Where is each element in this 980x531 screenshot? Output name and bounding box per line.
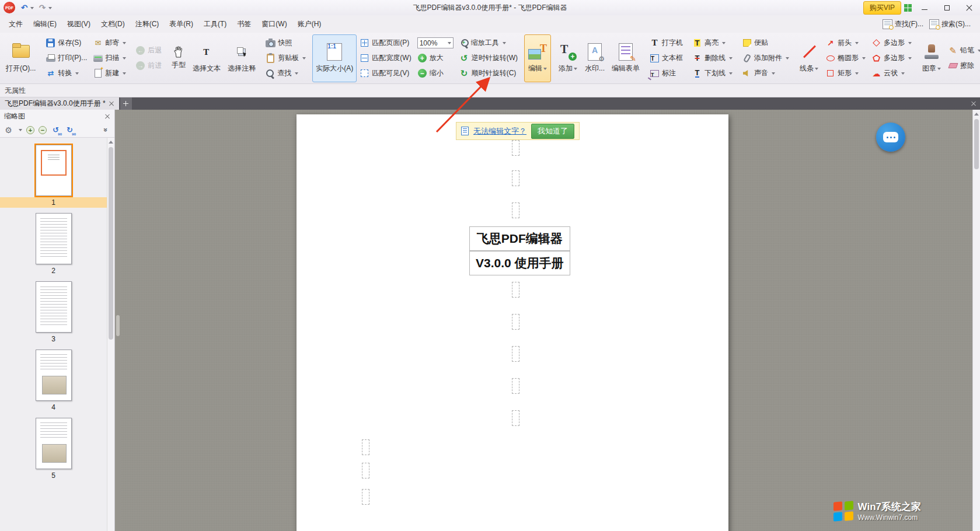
actual-size-button[interactable]: 实际大小(A) [312,34,357,82]
watermark-button[interactable]: 水印... [581,34,608,82]
menu-edit[interactable]: 编辑(E) [28,16,62,32]
thumbnail-page-1[interactable]: 1 [0,145,107,208]
menu-file[interactable]: 文件 [4,16,28,32]
rotate-left-90-icon[interactable] [51,125,61,135]
forward-button[interactable]: 前进 [132,58,165,74]
cloud-tool-button[interactable]: 云状 [869,66,915,81]
menu-tools[interactable]: 工具(T) [198,16,232,32]
page-5-thumbnail[interactable] [36,418,72,469]
rotate-cw-button[interactable]: 顺时针旋转(C) [456,66,521,81]
eraser-button[interactable]: 擦除 [945,58,980,74]
empty-text-block[interactable] [512,202,519,218]
empty-text-block[interactable] [512,140,519,156]
thumbnail-zoom-out-icon[interactable] [39,126,47,134]
hand-tool-button[interactable]: 手型 [168,34,189,82]
thumbnail-scrollbar[interactable] [107,138,114,531]
convert-button[interactable]: 转换 [43,66,90,81]
snapshot-button[interactable]: 快照 [263,36,309,51]
sticky-note-button[interactable]: 便贴 [739,36,792,51]
thumbnail-page-3[interactable]: 3 [0,281,107,344]
scrollbar-thumb[interactable] [974,119,979,169]
close-document-button[interactable] [967,97,980,110]
empty-text-block[interactable] [362,463,369,478]
empty-text-block[interactable] [512,378,519,394]
sound-button[interactable]: 声音 [739,66,792,81]
zoom-tools-button[interactable]: 缩放工具 [456,36,521,51]
zoom-out-button[interactable]: 缩小 [414,66,456,81]
menu-document[interactable]: 文档(D) [96,16,130,32]
customer-service-chat-button[interactable] [876,123,905,152]
fit-visible-button[interactable]: 匹配可见(V) [357,66,414,81]
thumbnail-zoom-in-icon[interactable] [26,126,34,134]
panel-close-icon[interactable] [105,114,110,119]
page-2-thumbnail[interactable] [36,213,72,264]
scroll-up-arrow[interactable] [107,138,114,145]
thumbnail-page-5[interactable]: 5 [0,418,107,481]
close-button[interactable] [959,1,979,15]
empty-text-block[interactable] [512,170,519,186]
document-title-line-1[interactable]: 飞思PDF编辑器 [469,226,570,251]
rotate-ccw-button[interactable]: 逆时针旋转(W) [456,51,521,66]
expand-chevrons-icon[interactable] [101,125,111,135]
clipboard-button[interactable]: 剪贴板 [263,51,309,66]
undo-button[interactable] [18,2,36,14]
open-button[interactable]: 打开(O)... [2,34,39,82]
menu-view[interactable]: 视图(V) [62,16,96,32]
mail-button[interactable]: 邮寄 [90,36,129,51]
rectangle-tool-button[interactable]: 矩形 [822,66,869,81]
new-tab-button[interactable] [120,97,132,110]
callout-button[interactable]: 标注 [647,66,686,81]
page-1-thumbnail[interactable] [36,145,72,196]
empty-text-block[interactable] [512,346,519,362]
polygon-tool-button[interactable]: 多边形 [869,36,915,51]
scan-button[interactable]: 扫描 [90,51,129,66]
scrollbar-thumb[interactable] [109,147,113,340]
highlight-button[interactable]: 高亮 [689,36,735,51]
document-title-line-2[interactable]: V3.0.0 使用手册 [469,251,570,275]
arrow-tool-button[interactable]: 箭头 [822,36,869,51]
zoom-level-combobox[interactable]: 100% [417,37,454,48]
document-scrollbar[interactable] [972,110,980,531]
document-tab[interactable]: 飞思PDF编辑器v3.0.0使用手册 * [0,97,119,110]
scroll-up-arrow[interactable] [973,110,980,117]
maximize-button[interactable] [937,1,957,15]
empty-text-block[interactable] [512,410,519,426]
back-button[interactable]: 后退 [132,43,165,58]
typewriter-button[interactable]: 打字机 [647,36,686,51]
menu-form[interactable]: 表单(R) [164,16,198,32]
find-button[interactable]: 查找 [263,66,309,81]
got-it-button[interactable]: 我知道了 [531,124,574,139]
pencil-button[interactable]: 铅笔 [945,43,980,58]
print-button[interactable]: 打印(P)... [43,51,90,66]
fit-width-button[interactable]: 匹配宽度(W) [357,51,414,66]
fit-page-button[interactable]: 匹配页面(P) [357,36,414,51]
stamp-button[interactable]: 图章 [918,34,945,82]
select-text-button[interactable]: 选择文本 [189,34,224,82]
panel-splitter[interactable] [115,110,121,531]
select-annotation-button[interactable]: 选择注释 [224,34,259,82]
rotate-right-90-icon[interactable] [65,125,75,135]
empty-text-block[interactable] [362,439,369,455]
menu-comment[interactable]: 注释(C) [130,16,165,32]
empty-text-block[interactable] [512,282,519,298]
add-content-button[interactable]: 添加 [554,34,581,82]
page-3-thumbnail[interactable] [36,281,72,333]
buy-vip-button[interactable]: 购买VIP [863,1,901,15]
polygon2-tool-button[interactable]: 多边形 [869,51,915,66]
attachment-button[interactable]: 添加附件 [739,51,792,66]
strikeout-button[interactable]: 删除线 [689,51,735,66]
minimize-button[interactable] [915,1,934,15]
thumbnail-page-4[interactable]: 4 [0,350,107,413]
line-tool-button[interactable]: 线条 [796,34,822,82]
menu-window[interactable]: 窗口(W) [256,16,292,32]
thumbnail-page-2[interactable]: 2 [0,213,107,276]
new-document-button[interactable]: 新建 [90,66,129,81]
edit-form-button[interactable]: 编辑表单 [608,34,643,82]
find-menu-button[interactable]: 查找(F)... [883,19,923,29]
apps-grid-icon[interactable] [904,4,912,12]
ellipse-tool-button[interactable]: 椭圆形 [822,51,869,66]
options-gear-icon[interactable] [4,125,13,135]
empty-text-block[interactable] [362,489,369,505]
menu-account[interactable]: 账户(H) [292,16,327,32]
splitter-grip[interactable] [116,315,120,336]
